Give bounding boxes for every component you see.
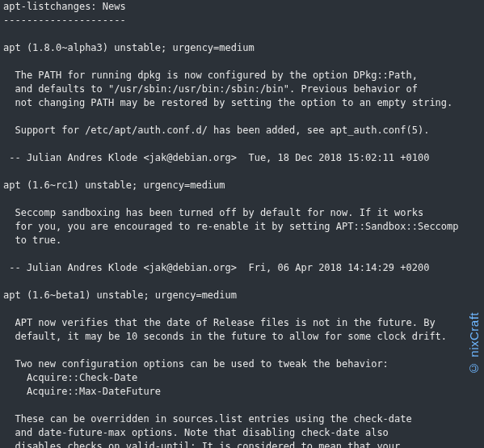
divider-line: --------------------- [3, 15, 126, 26]
header-line: apt-listchanges: News [3, 1, 126, 12]
entry-signoff: -- Julian Andres Klode <jak@debian.org> … [3, 152, 429, 163]
entry-heading: apt (1.8.0~alpha3) unstable; urgency=med… [3, 42, 255, 53]
watermark-text: © nixCraft [467, 312, 481, 375]
entry-heading: apt (1.6~beta1) unstable; urgency=medium [3, 290, 237, 301]
terminal-output: apt-listchanges: News ------------------… [0, 0, 484, 448]
entry-signoff: -- Julian Andres Klode <jak@debian.org> … [3, 262, 429, 273]
entry-heading: apt (1.6~rc1) unstable; urgency=medium [3, 180, 225, 191]
entry-body: Seccomp sandboxing has been turned off b… [3, 207, 459, 246]
entry-body: The PATH for running dpkg is now configu… [3, 70, 452, 136]
entry-body: APT now verifies that the date of Releas… [3, 317, 447, 448]
